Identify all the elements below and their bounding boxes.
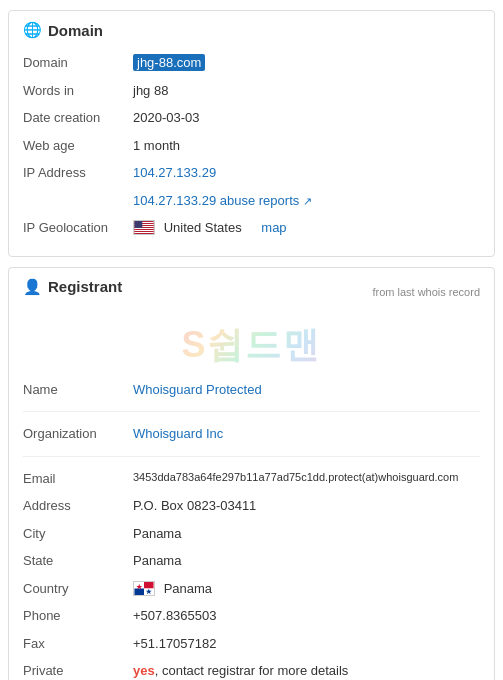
web-age-value: 1 month (133, 136, 480, 156)
ip-address-link[interactable]: 104.27.133.29 (133, 165, 216, 180)
svg-rect-10 (134, 231, 153, 232)
country-value: Panama (133, 579, 480, 599)
date-creation-label: Date creation (23, 108, 133, 128)
fax-value: +51.17057182 (133, 634, 480, 654)
email-label: Email (23, 469, 133, 489)
org-value: Whoisguard Inc (133, 424, 480, 444)
org-row: Organization Whoisguard Inc (23, 420, 480, 448)
private-suffix: , contact registrar for more details (155, 663, 349, 678)
web-age-row: Web age 1 month (23, 132, 480, 160)
words-in-row: Words in jhg 88 (23, 77, 480, 105)
org-link[interactable]: Whoisguard Inc (133, 426, 223, 441)
phone-label: Phone (23, 606, 133, 626)
address-value: P.O. Box 0823-03411 (133, 496, 480, 516)
external-link-icon: ↗ (303, 195, 312, 207)
name-value: Whoisguard Protected (133, 380, 480, 400)
svg-rect-16 (134, 588, 144, 595)
domain-header-label: Domain (48, 22, 103, 39)
state-value: Panama (133, 551, 480, 571)
fax-row: Fax +51.17057182 (23, 630, 480, 658)
words-in-value: jhg 88 (133, 81, 480, 101)
words-in-label: Words in (23, 81, 133, 101)
registrant-section: 👤 Registrant from last whois record S쉽드맨… (8, 267, 495, 681)
city-value: Panama (133, 524, 480, 544)
abuse-text: 104.27.133.29 abuse reports (133, 193, 299, 208)
watermark-container: S쉽드맨 (23, 316, 480, 376)
ip-geolocation-label: IP Geolocation (23, 218, 133, 238)
phone-row: Phone +507.8365503 (23, 602, 480, 630)
us-flag-icon (133, 220, 155, 235)
divider-2 (23, 456, 480, 457)
address-row: Address P.O. Box 0823-03411 (23, 492, 480, 520)
ip-address-value: 104.27.133.29 (133, 163, 480, 183)
ip-geolocation-value: United States map (133, 218, 480, 238)
svg-rect-13 (134, 221, 142, 228)
date-creation-value: 2020-03-03 (133, 108, 480, 128)
domain-row: Domain jhg-88.com (23, 49, 480, 77)
watermark-text: S쉽드맨 (181, 321, 321, 370)
geolocation-country: United States (164, 220, 242, 235)
ip-geolocation-row: IP Geolocation United States map (23, 214, 480, 242)
email-row: Email 3453dda783a64fe297b11a77ad75c1dd.p… (23, 465, 480, 493)
domain-value: jhg-88.com (133, 53, 480, 73)
private-yes-text: yes (133, 663, 155, 678)
svg-rect-9 (134, 230, 153, 231)
pa-flag-icon (133, 581, 155, 596)
fax-label: Fax (23, 634, 133, 654)
map-link[interactable]: map (261, 220, 286, 235)
domain-highlighted[interactable]: jhg-88.com (133, 54, 205, 71)
svg-rect-12 (134, 233, 153, 234)
globe-icon: 🌐 (23, 21, 42, 39)
abuse-reports-link[interactable]: 104.27.133.29 abuse reports ↗ (133, 191, 312, 211)
city-row: City Panama (23, 520, 480, 548)
state-label: State (23, 551, 133, 571)
registrant-header-row: 👤 Registrant from last whois record (23, 278, 480, 306)
svg-rect-11 (134, 232, 153, 233)
domain-label: Domain (23, 53, 133, 73)
private-row: Private yes, contact registrar for more … (23, 657, 480, 680)
svg-rect-7 (134, 228, 153, 229)
date-creation-row: Date creation 2020-03-03 (23, 104, 480, 132)
person-icon: 👤 (23, 278, 42, 296)
name-link[interactable]: Whoisguard Protected (133, 382, 262, 397)
private-label: Private (23, 661, 133, 680)
address-label: Address (23, 496, 133, 516)
from-record-text: from last whois record (372, 286, 480, 298)
ip-address-row: IP Address 104.27.133.29 (23, 159, 480, 187)
phone-value: +507.8365503 (133, 606, 480, 626)
name-label: Name (23, 380, 133, 400)
private-value: yes, contact registrar for more details (133, 661, 480, 680)
svg-rect-8 (134, 229, 153, 230)
country-name: Panama (164, 581, 212, 596)
country-row: Country Panama (23, 575, 480, 603)
divider-1 (23, 411, 480, 412)
city-label: City (23, 524, 133, 544)
domain-section: 🌐 Domain Domain jhg-88.com Words in jhg … (8, 10, 495, 257)
domain-section-header: 🌐 Domain (23, 21, 480, 39)
state-row: State Panama (23, 547, 480, 575)
registrant-header-label: Registrant (48, 278, 122, 295)
web-age-label: Web age (23, 136, 133, 156)
org-label: Organization (23, 424, 133, 444)
abuse-reports-value: 104.27.133.29 abuse reports ↗ (133, 191, 480, 211)
email-value: 3453dda783a64fe297b11a77ad75c1dd.protect… (133, 469, 480, 486)
country-label: Country (23, 579, 133, 599)
ip-address-label: IP Address (23, 163, 133, 183)
abuse-reports-row: 104.27.133.29 abuse reports ↗ (23, 187, 480, 215)
svg-rect-15 (144, 582, 154, 589)
name-row: Name Whoisguard Protected (23, 376, 480, 404)
registrant-section-header: 👤 Registrant (23, 278, 122, 296)
